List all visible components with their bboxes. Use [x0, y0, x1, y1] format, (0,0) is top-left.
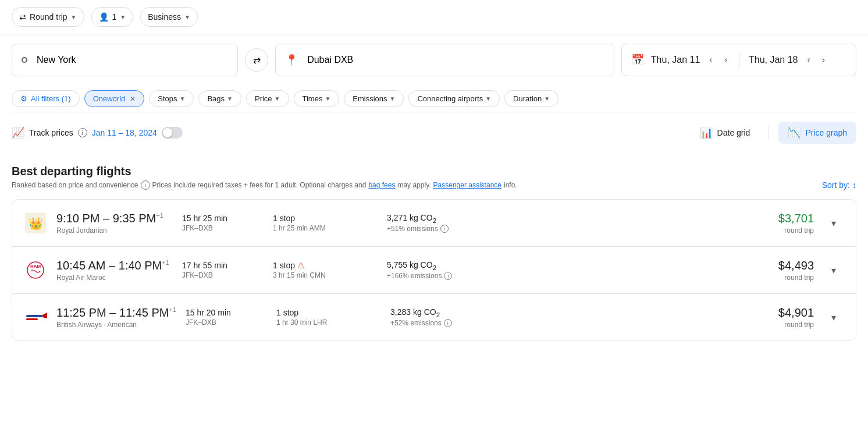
- date-grid-button[interactable]: 📊 Date grid: [691, 122, 760, 144]
- cabin-class-label: Business: [148, 12, 181, 22]
- airline-name: Royal Jordanian: [56, 226, 173, 235]
- origin-dot-icon: [22, 57, 27, 63]
- emissions-pct: +52% emissions i: [390, 319, 507, 327]
- flight-time-range: 11:25 PM – 11:45 PM+1: [56, 306, 176, 320]
- view-divider: [769, 126, 769, 140]
- filter-icon: ⚙: [20, 94, 27, 103]
- expand-flight-button[interactable]: ▾: [823, 307, 844, 328]
- ba-logo-icon: [24, 307, 47, 328]
- bags-filter[interactable]: Bags ▼: [198, 90, 241, 107]
- flight-times: 10:45 AM – 1:40 PM+1 Royal Air Maroc: [56, 259, 173, 282]
- oneworld-filter[interactable]: Oneworld ✕: [84, 90, 145, 107]
- price-label: round trip: [744, 226, 814, 235]
- destination-input-wrap: 📍: [275, 44, 614, 76]
- return-date-next[interactable]: ›: [820, 52, 827, 68]
- all-filters-button[interactable]: ⚙ All filters (1): [12, 90, 80, 107]
- flight-route: JFK–DXB: [182, 224, 264, 232]
- duration-label: Duration: [513, 94, 542, 103]
- duration-filter[interactable]: Duration ▼: [504, 90, 558, 107]
- cabin-class-chevron: ▼: [184, 14, 190, 20]
- time-dash: –: [109, 306, 119, 319]
- track-prices-toggle[interactable]: [162, 127, 183, 139]
- airline-name: Royal Air Maroc: [56, 274, 173, 282]
- flight-duration: 15 hr 20 min JFK–DXB: [186, 308, 267, 327]
- arrive-time: 9:35 PM: [113, 212, 156, 225]
- flight-duration: 15 hr 25 min JFK–DXB: [182, 214, 264, 232]
- expand-flight-button[interactable]: ▾: [823, 260, 844, 281]
- flight-price-wrap: $4,493 round trip: [744, 259, 814, 282]
- flight-list: 👑 9:10 PM – 9:35 PM+1 Royal Jordanian 15…: [12, 199, 856, 341]
- flight-route: JFK–DXB: [182, 271, 264, 279]
- trip-type-label: Round trip: [30, 12, 67, 22]
- emissions-info-icon[interactable]: i: [444, 272, 452, 280]
- price-graph-button[interactable]: 📉 Price graph: [778, 122, 856, 144]
- stops-value: 1 stop ⚠: [273, 261, 378, 270]
- passengers-chevron: ▼: [120, 14, 126, 20]
- sort-button[interactable]: Sort by: ↕: [822, 180, 856, 190]
- bag-fees-link[interactable]: bag fees: [368, 181, 395, 189]
- depart-time: 11:25 PM: [56, 306, 106, 319]
- svg-rect-6: [26, 315, 42, 317]
- expand-flight-button[interactable]: ▾: [823, 212, 844, 233]
- price-filter[interactable]: Price ▼: [246, 90, 289, 107]
- depart-date-field[interactable]: 📅 Thu, Jan 11 ‹ ›: [622, 52, 739, 68]
- price-graph-label: Price graph: [805, 128, 847, 137]
- flight-price: $4,493: [744, 259, 814, 272]
- passenger-assistance-link[interactable]: Passenger assistance: [433, 181, 501, 189]
- emissions-info-icon[interactable]: i: [440, 225, 449, 233]
- depart-date-prev[interactable]: ‹: [707, 52, 714, 68]
- arrive-time: 1:40 PM: [119, 259, 162, 272]
- flight-times: 9:10 PM – 9:35 PM+1 Royal Jordanian: [56, 212, 173, 235]
- emissions-info-icon[interactable]: i: [444, 319, 452, 327]
- origin-input[interactable]: [27, 44, 237, 76]
- flight-stops: 1 stop 1 hr 30 min LHR: [276, 308, 381, 327]
- stop-detail: 1 hr 25 min AMM: [273, 224, 378, 232]
- destination-input[interactable]: [298, 44, 614, 76]
- arrive-offset: +1: [162, 259, 169, 266]
- emissions-filter[interactable]: Emissions ▼: [344, 90, 404, 107]
- duration-value: 15 hr 25 min: [182, 214, 264, 223]
- track-prices-label: Track prices: [29, 128, 73, 137]
- svg-text:RAM: RAM: [30, 264, 41, 269]
- return-date-field[interactable]: Thu, Jan 18 ‹ ›: [739, 52, 856, 68]
- depart-date-next[interactable]: ›: [722, 52, 730, 68]
- trip-type-button[interactable]: ⇄ Round trip ▼: [12, 7, 84, 27]
- track-prices-right: 📊 Date grid 📉 Price graph: [691, 122, 856, 144]
- connecting-airports-filter[interactable]: Connecting airports ▼: [408, 90, 500, 107]
- swap-button[interactable]: ⇄: [245, 48, 268, 72]
- flight-emissions: 3,283 kg CO2 +52% emissions i: [390, 307, 507, 328]
- duration-value: 15 hr 20 min: [186, 308, 267, 317]
- flight-price: $4,901: [744, 306, 814, 320]
- search-bar: ⇄ 📍 📅 Thu, Jan 11 ‹ › Thu, Jan 18 ‹ ›: [0, 34, 868, 86]
- table-row[interactable]: RAM 10:45 AM – 1:40 PM+1 Royal Air Maroc…: [12, 247, 856, 294]
- table-row[interactable]: 11:25 PM – 11:45 PM+1 British Airways · …: [12, 294, 856, 340]
- flight-price: $3,701: [744, 212, 814, 225]
- results-title: Best departing flights: [12, 165, 856, 178]
- results-info-icon[interactable]: i: [141, 180, 150, 190]
- calendar-icon: 📅: [631, 54, 644, 66]
- price-graph-icon: 📉: [788, 126, 801, 139]
- passengers-button[interactable]: 👤 1 ▼: [91, 7, 134, 27]
- cabin-class-button[interactable]: Business ▼: [140, 7, 198, 27]
- track-prices-info-icon[interactable]: i: [78, 128, 87, 137]
- track-prices-bar: 📈 Track prices i Jan 11 – 18, 2024 📊 Dat…: [0, 112, 868, 153]
- prices-text: Prices include required taxes + fees for…: [152, 181, 367, 189]
- airline-name: British Airways · American: [56, 321, 176, 329]
- crown-icon: 👑: [25, 212, 46, 233]
- passengers-label: 1: [112, 12, 117, 22]
- return-date-label: Thu, Jan 18: [749, 55, 798, 65]
- price-label: round trip: [744, 274, 814, 282]
- times-label: Times: [303, 94, 323, 103]
- table-row[interactable]: 👑 9:10 PM – 9:35 PM+1 Royal Jordanian 15…: [12, 200, 856, 247]
- return-date-prev[interactable]: ‹: [805, 52, 813, 68]
- stops-filter[interactable]: Stops ▼: [149, 90, 194, 107]
- trending-up-icon: 📈: [12, 126, 24, 139]
- date-bar: 📅 Thu, Jan 11 ‹ › Thu, Jan 18 ‹ ›: [621, 44, 856, 76]
- depart-time: 10:45 AM: [56, 259, 106, 272]
- track-prices-left: 📈 Track prices i Jan 11 – 18, 2024: [12, 126, 183, 139]
- oneworld-close-icon[interactable]: ✕: [130, 95, 136, 103]
- times-filter[interactable]: Times ▼: [294, 90, 340, 107]
- round-trip-icon: ⇄: [19, 12, 26, 22]
- flight-price-wrap: $4,901 round trip: [744, 306, 814, 329]
- airline-logo: 👑: [24, 211, 47, 235]
